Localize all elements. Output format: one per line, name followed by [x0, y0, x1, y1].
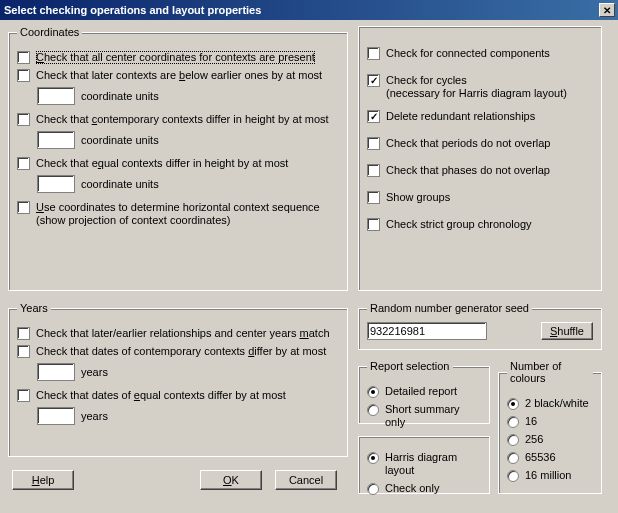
checkbox-icon[interactable] — [367, 137, 380, 150]
cb-later-below-row[interactable]: Check that later contexts are below earl… — [17, 69, 339, 82]
rb-harris-label: Harris diagram layout — [385, 451, 481, 477]
later-below-input[interactable] — [37, 87, 75, 105]
colours-legend: Number of colours — [507, 360, 593, 384]
contemp-height-input-row: coordinate units — [37, 131, 339, 149]
later-below-input-row: coordinate units — [37, 87, 339, 105]
checkbox-icon[interactable] — [367, 164, 380, 177]
rb-detailed-row[interactable]: Detailed report — [367, 385, 481, 398]
ok-button[interactable]: OK — [200, 470, 262, 490]
cb-strict-chron-row[interactable]: Check strict group chronology — [367, 218, 593, 231]
mode-group: Harris diagram layout Check only — [358, 436, 490, 494]
cb-equal-height-row[interactable]: Check that equal contexts differ in heig… — [17, 157, 339, 170]
cb-phases-row[interactable]: Check that phases do not overlap — [367, 164, 593, 177]
rb-col-16-label: 16 — [525, 415, 537, 428]
cb-use-coords-label: Use coordinates to determine horizontal … — [36, 201, 320, 227]
rb-col-256-label: 256 — [525, 433, 543, 446]
seed-input[interactable] — [367, 322, 487, 340]
cb-years-match-row[interactable]: Check that later/earlier relationships a… — [17, 327, 339, 340]
cb-later-below-label: Check that later contexts are below earl… — [36, 69, 322, 82]
checkbox-icon[interactable] — [17, 201, 30, 214]
checkbox-icon[interactable] — [367, 110, 380, 123]
radio-icon[interactable] — [507, 398, 519, 410]
titlebar: Select checking operations and layout pr… — [0, 0, 618, 20]
cb-connected-label: Check for connected components — [386, 47, 550, 60]
checkbox-icon[interactable] — [17, 69, 30, 82]
cb-show-groups-label: Show groups — [386, 191, 450, 204]
radio-icon[interactable] — [507, 434, 519, 446]
colours-group: Number of colours 2 black/white 16 256 6… — [498, 360, 602, 494]
cb-periods-label: Check that periods do not overlap — [386, 137, 551, 150]
rb-col-256-row[interactable]: 256 — [507, 433, 593, 446]
cb-cycles-label: Check for cycles(necessary for Harris di… — [386, 74, 567, 100]
radio-icon[interactable] — [367, 404, 379, 416]
cb-contemp-height-label: Check that contemporary contexts differ … — [36, 113, 329, 126]
seed-legend: Random number generator seed — [367, 302, 532, 314]
equal-height-input[interactable] — [37, 175, 75, 193]
cancel-button[interactable]: Cancel — [275, 470, 337, 490]
rb-summary-row[interactable]: Short summary only — [367, 403, 481, 429]
years-equal-input[interactable] — [37, 407, 75, 425]
checkbox-icon[interactable] — [367, 47, 380, 60]
checkbox-icon[interactable] — [367, 191, 380, 204]
years-group: Years Check that later/earlier relations… — [8, 302, 348, 457]
rb-checkonly-row[interactable]: Check only — [367, 482, 481, 495]
radio-icon[interactable] — [507, 416, 519, 428]
checkbox-icon[interactable] — [17, 51, 30, 64]
checkbox-icon[interactable] — [17, 157, 30, 170]
cb-years-contemp-row[interactable]: Check that dates of contemporary context… — [17, 345, 339, 358]
dialog-body: Coordinates Check that all center coordi… — [0, 20, 618, 513]
checkbox-icon[interactable] — [367, 218, 380, 231]
coordinates-legend: Coordinates — [17, 26, 82, 38]
equal-height-input-row: coordinate units — [37, 175, 339, 193]
cb-equal-height-label: Check that equal contexts differ in heig… — [36, 157, 288, 170]
coordinates-group: Coordinates Check that all center coordi… — [8, 26, 348, 291]
radio-icon[interactable] — [367, 483, 379, 495]
years-contemp-input-row: years — [37, 363, 339, 381]
cb-coord-present-row[interactable]: Check that all center coordinates for co… — [17, 51, 339, 64]
report-legend: Report selection — [367, 360, 453, 372]
years-contemp-unit: years — [81, 366, 108, 378]
years-legend: Years — [17, 302, 51, 314]
cb-connected-row[interactable]: Check for connected components — [367, 47, 593, 60]
cb-contemp-height-row[interactable]: Check that contemporary contexts differ … — [17, 113, 339, 126]
cb-phases-label: Check that phases do not overlap — [386, 164, 550, 177]
years-equal-unit: years — [81, 410, 108, 422]
radio-icon[interactable] — [507, 452, 519, 464]
rb-col-2-label: 2 black/white — [525, 397, 589, 410]
cb-years-equal-label: Check that dates of equal contexts diffe… — [36, 389, 286, 402]
radio-icon[interactable] — [507, 470, 519, 482]
equal-height-unit: coordinate units — [81, 178, 159, 190]
years-contemp-input[interactable] — [37, 363, 75, 381]
checkbox-icon[interactable] — [367, 74, 380, 87]
close-icon[interactable]: ✕ — [599, 3, 615, 17]
rb-harris-row[interactable]: Harris diagram layout — [367, 451, 481, 477]
seed-group: Random number generator seed Shuffle — [358, 302, 602, 350]
cb-strict-chron-label: Check strict group chronology — [386, 218, 532, 231]
checkbox-icon[interactable] — [17, 389, 30, 402]
dialog-title: Select checking operations and layout pr… — [4, 4, 597, 16]
rb-col-16m-row[interactable]: 16 million — [507, 469, 593, 482]
radio-icon[interactable] — [367, 452, 379, 464]
cb-years-match-label: Check that later/earlier relationships a… — [36, 327, 330, 340]
contemp-height-input[interactable] — [37, 131, 75, 149]
rb-col-2-row[interactable]: 2 black/white — [507, 397, 593, 410]
cb-show-groups-row[interactable]: Show groups — [367, 191, 593, 204]
later-below-unit: coordinate units — [81, 90, 159, 102]
rb-col-16m-label: 16 million — [525, 469, 571, 482]
cb-use-coords-row[interactable]: Use coordinates to determine horizontal … — [17, 201, 339, 227]
checkbox-icon[interactable] — [17, 327, 30, 340]
cb-redundant-row[interactable]: Delete redundant relationships — [367, 110, 593, 123]
radio-icon[interactable] — [367, 386, 379, 398]
checks-group: Check for connected components Check for… — [358, 26, 602, 291]
checkbox-icon[interactable] — [17, 113, 30, 126]
rb-col-65536-row[interactable]: 65536 — [507, 451, 593, 464]
rb-checkonly-label: Check only — [385, 482, 439, 495]
cb-cycles-row[interactable]: Check for cycles(necessary for Harris di… — [367, 74, 593, 100]
shuffle-button[interactable]: Shuffle — [541, 322, 593, 340]
cb-periods-row[interactable]: Check that periods do not overlap — [367, 137, 593, 150]
rb-col-16-row[interactable]: 16 — [507, 415, 593, 428]
help-button[interactable]: Help — [12, 470, 74, 490]
checkbox-icon[interactable] — [17, 345, 30, 358]
cb-years-equal-row[interactable]: Check that dates of equal contexts diffe… — [17, 389, 339, 402]
years-equal-input-row: years — [37, 407, 339, 425]
